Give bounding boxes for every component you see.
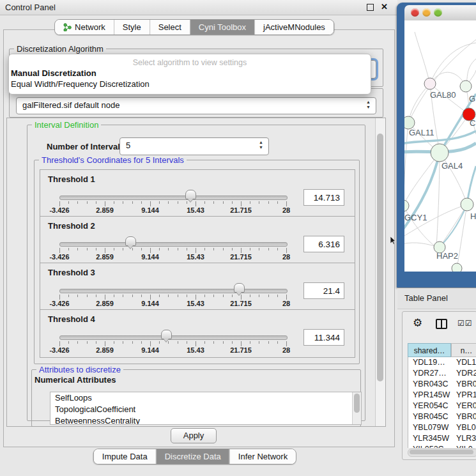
slider-track[interactable] [59,335,288,340]
network-node[interactable] [404,200,409,211]
column-header-shared[interactable]: shared… [408,343,451,357]
tick-mark [87,295,88,297]
slider-thumb[interactable] [185,190,196,199]
gear-icon[interactable]: ⚙ [413,316,422,330]
table-row[interactable]: YDR27…YDR2… [408,368,476,379]
algorithm-option[interactable]: Manual Discretization [11,68,96,78]
slider-thumb[interactable] [125,236,136,246]
number-of-intervals-combobox[interactable]: 5 ▲▼ [119,137,269,155]
slider-track[interactable] [59,196,288,200]
tick-mark [187,201,187,204]
settings-vertical-scrollbar[interactable] [375,118,385,426]
tab-cyni-toolbox[interactable]: Cyni Toolbox [190,20,254,35]
attribute-list-item[interactable]: BetweennessCentrality [50,415,361,425]
list-scrollbar[interactable] [352,392,361,424]
tick-label: 28 [282,300,290,307]
network-node[interactable] [460,81,472,92]
tab-jactivemnodules[interactable]: jActiveMNodules [254,20,334,35]
table-row[interactable]: YPR145WYPR1… [408,390,476,401]
tick-mark [268,248,269,250]
table-horizontal-scrollbar[interactable] [408,449,476,457]
network-node[interactable] [404,116,415,129]
tick-mark [259,248,259,250]
threshold-row: Threshold 3-3.4262.8599.14415.4321.71528 [40,263,355,311]
tab-infer-network[interactable]: Infer Network [229,449,296,464]
tick-mark [114,248,114,250]
table-row[interactable]: YBR045CYBR0… [408,411,476,422]
threshold-value-field[interactable] [303,189,344,206]
tick-mark [268,341,269,344]
tick-label: 15.43 [187,206,204,214]
tick-mark [141,248,142,250]
tick-mark [187,341,187,344]
network-node[interactable] [431,144,449,162]
tick-mark [250,248,250,250]
interval-definition-group: Interval Definition Number of Intervals … [27,125,365,421]
tick-mark [96,295,96,297]
tab-select[interactable]: Select [150,20,190,35]
cell-name: YDL1… [456,357,476,368]
tick-mark [241,248,242,253]
tick-mark [96,201,96,204]
slider-track[interactable] [59,289,288,293]
algorithm-option[interactable]: Equal Width/Frequency Discretization [11,79,150,89]
tick-mark [232,201,233,204]
cell-shared-name: YBR043C [413,379,449,390]
slider-thumb[interactable] [161,330,172,339]
tick-mark [68,341,69,344]
threshold-value-field[interactable] [303,236,344,252]
tab-network[interactable]: Network [55,20,114,35]
network-canvas[interactable]: GAL80GCGAL11GAL4GCY1HHAP2 [404,20,476,272]
tick-mark [213,295,214,297]
table-row[interactable]: YIL052CYIL0… [408,444,476,448]
tab-style[interactable]: Style [114,20,150,35]
tick-mark [223,248,224,250]
cell-name: YBL0… [456,422,476,433]
checkbox-icons[interactable]: ☑☑ [457,319,473,328]
apply-button[interactable]: Apply [171,428,217,443]
tick-label: 9.144 [141,206,159,214]
list-scrollbar-thumb[interactable] [354,394,360,413]
tick-mark [150,341,151,346]
table-row[interactable]: YLR345WYLR3… [408,433,476,444]
tick-mark [213,248,214,250]
threshold-value-field[interactable] [303,282,344,299]
network-node[interactable] [461,198,473,211]
tick-mark [196,295,196,300]
threshold-value-field[interactable] [303,329,344,346]
discretization-algorithm-group-title: Discretization Algorithm [14,44,106,54]
settings-scrollbar-thumb[interactable] [377,134,383,381]
tick-mark [259,201,259,204]
tick-mark [77,248,78,250]
slider-track[interactable] [59,242,288,247]
zoom-traffic-light[interactable] [434,8,442,17]
attributes-group: Attributes to discretize Numerical Attri… [31,369,361,427]
table-data-combobox[interactable]: galFiltered.sif default node ▲▼ [16,97,376,114]
tab-impute-data[interactable]: Impute Data [94,449,156,464]
split-columns-icon[interactable] [436,319,447,329]
table-row[interactable]: YDL19…YDL1… [408,357,476,368]
table-row[interactable]: YER054CYER0… [408,401,476,411]
minimize-traffic-light[interactable] [422,8,431,17]
column-header-n[interactable]: n… [451,343,476,357]
table-row[interactable]: YBR043CYBR0… [408,379,476,390]
network-view-window: GAL80GCGAL11GAL4GCY1HHAP2 [397,3,476,288]
tick-mark [196,248,196,253]
cell-name: YIL0… [456,444,476,448]
float-window-icon[interactable] [367,4,374,11]
tab-discretize-data[interactable]: Discretize Data [156,449,229,464]
tick-mark [59,248,60,253]
close-icon[interactable]: ✕ [381,2,388,12]
attribute-list-item[interactable]: SelfLoops [50,392,361,404]
table-hscrollbar-thumb[interactable] [410,450,473,454]
network-node[interactable] [452,263,462,272]
combo-stepper-icon: ▲▼ [365,100,371,110]
table-row[interactable]: YBL079WYBL0… [408,422,476,433]
close-traffic-light[interactable] [411,8,419,17]
tick-mark [204,295,205,297]
tick-mark [187,248,187,250]
attribute-list-item[interactable]: TopologicalCoefficient [50,404,361,415]
network-node[interactable] [424,78,436,89]
tick-mark [159,248,160,250]
slider-thumb[interactable] [234,283,245,293]
